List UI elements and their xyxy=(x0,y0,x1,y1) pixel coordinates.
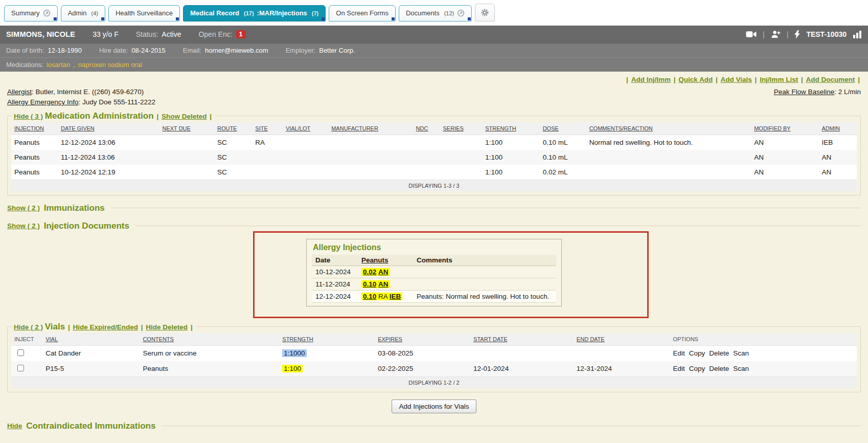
vial-contents-cell: Serum or vaccine xyxy=(140,345,279,361)
bar-chart-icon[interactable] xyxy=(853,30,862,38)
allergy-emergency-value: Judy Doe 555-111-2222 xyxy=(82,98,155,106)
mar-col-series[interactable]: SERIES xyxy=(440,122,483,135)
vials-col-strength[interactable]: STRENGTH xyxy=(279,333,375,346)
vial-scan-link[interactable]: Scan xyxy=(733,365,749,372)
add-injections-for-vials-button[interactable]: Add Injections for Vials xyxy=(392,400,476,413)
open-enc-count-badge[interactable]: 1 xyxy=(236,30,246,38)
vial-edit-link[interactable]: Edit xyxy=(673,365,684,372)
mar-cell xyxy=(283,165,328,180)
patient-info-bar: Date of birth: 12-18-1990 Hire date: 08-… xyxy=(0,43,868,57)
vial-delete-link[interactable]: Delete xyxy=(709,349,729,357)
mar-col-strength[interactable]: STRENGTH xyxy=(482,122,539,135)
tab-corner-mark xyxy=(468,17,471,20)
vial-scan-link[interactable]: Scan xyxy=(733,349,749,357)
vial-edit-link[interactable]: Edit xyxy=(673,349,684,357)
settings-button[interactable] xyxy=(475,4,495,21)
dose-link[interactable]: 0.10 xyxy=(363,280,376,288)
popout-icon[interactable] xyxy=(457,9,465,17)
mar-cell xyxy=(159,135,214,150)
mar-col-date-given[interactable]: DATE GIVEN xyxy=(58,122,159,135)
allergy-table-header-row: Date Peanuts Comments xyxy=(312,255,556,266)
vials-hide-toggle[interactable]: Hide ( 2 ) xyxy=(14,323,43,331)
medication-administration-legend: Hide ( 3 ) Medication Administration | S… xyxy=(12,111,216,121)
mar-cell: 11-12-2024 13:06 xyxy=(58,150,159,165)
vials-col-vial[interactable]: VIAL xyxy=(42,333,140,346)
tab-corner-mark xyxy=(176,17,179,20)
vial-inject-cell xyxy=(11,345,42,361)
dose-site: RA xyxy=(378,293,387,300)
dob-label: Date of birth: xyxy=(6,47,44,54)
admin-initials-link[interactable]: IEB xyxy=(390,293,401,300)
tab-documents[interactable]: Documents(12) xyxy=(399,5,472,21)
contraindicated-hide-toggle[interactable]: Hide xyxy=(7,422,22,430)
tab-medical-record-mar-injections[interactable]: Medical Record(17):MAR/Injections(7) xyxy=(183,5,326,21)
allergy-injections-area: Allergy Injections Date Peanuts Comments xyxy=(7,239,861,306)
mar-show-deleted-link[interactable]: Show Deleted xyxy=(162,113,207,120)
mar-cell: 0.10 mL xyxy=(540,135,586,150)
dose-link[interactable]: 0.02 xyxy=(363,268,376,276)
mar-col-next-due[interactable]: NEXT DUE xyxy=(159,122,214,135)
allergy-emergency-info-link[interactable]: Allergy Emergency Info xyxy=(7,98,79,106)
mar-cell: 1:100 xyxy=(482,150,539,165)
tab-bar: Summary Admin(4) Health Surveillance Med… xyxy=(0,0,868,26)
vial-inject-checkbox[interactable] xyxy=(17,349,24,356)
injection-documents-show-toggle[interactable]: Show ( 2 ) xyxy=(7,222,40,230)
vial-inject-checkbox[interactable] xyxy=(17,365,24,371)
allergy-col-peanuts[interactable]: Peanuts xyxy=(358,255,413,266)
link-separator: | xyxy=(210,113,212,120)
medication-separator: , xyxy=(73,61,75,69)
mar-col-route[interactable]: ROUTE xyxy=(214,122,252,135)
mar-col-admin[interactable]: ADMIN xyxy=(818,122,857,135)
vials-hide-deleted-link[interactable]: Hide Deleted xyxy=(146,323,188,331)
mar-col-modified-by[interactable]: MODIFIED BY xyxy=(751,122,818,135)
mar-col-manufacturer[interactable]: MANUFACTURER xyxy=(328,122,413,135)
inj-imm-list-link[interactable]: Inj/Imm List xyxy=(760,76,798,83)
tab-summary[interactable]: Summary xyxy=(4,5,58,21)
mar-col-dose[interactable]: DOSE xyxy=(540,122,586,135)
mar-col-site[interactable]: SITE xyxy=(252,122,283,135)
vial-delete-link[interactable]: Delete xyxy=(709,365,729,372)
vials-col-options: OPTIONS xyxy=(670,333,857,346)
add-inj-imm-link[interactable]: Add Inj/Imm xyxy=(631,76,671,83)
mar-cell: 1:100 xyxy=(482,135,539,150)
admin-initials-link[interactable]: AN xyxy=(378,280,389,288)
add-person-icon[interactable] xyxy=(771,30,781,38)
video-camera-icon[interactable] xyxy=(746,31,757,38)
mar-hide-toggle[interactable]: Hide ( 3 ) xyxy=(14,113,43,120)
immunizations-show-toggle[interactable]: Show ( 2 ) xyxy=(7,204,40,212)
add-document-link[interactable]: Add Document xyxy=(806,76,855,83)
vials-col-expires[interactable]: EXPIRES xyxy=(375,333,470,346)
popout-icon[interactable] xyxy=(43,9,51,17)
mar-col-comments[interactable]: COMMENTS/REACTION xyxy=(586,122,751,135)
mar-col-injection[interactable]: INJECTION xyxy=(11,122,58,135)
vial-copy-link[interactable]: Copy xyxy=(689,349,705,357)
peak-flow-baseline-link[interactable]: Peak Flow Baseline xyxy=(774,88,835,96)
vials-col-start-date[interactable]: START DATE xyxy=(470,333,574,346)
allergist-link[interactable]: Allergist xyxy=(7,88,32,96)
mar-cell xyxy=(328,150,413,165)
vial-options-cell: EditCopyDeleteScan xyxy=(670,361,857,377)
tab-health-surveillance[interactable]: Health Surveillance xyxy=(108,5,180,21)
mar-row: Peanuts 12-12-2024 13:06 SC RA 1:100 0.1… xyxy=(11,135,857,150)
medication-link-losartan[interactable]: losartan xyxy=(47,61,70,69)
medication-link-naproxen[interactable]: naproxen sodium oral xyxy=(78,61,142,69)
tab-admin[interactable]: Admin(4) xyxy=(61,5,105,21)
quick-add-link[interactable]: Quick Add xyxy=(678,76,713,83)
gear-icon xyxy=(481,8,489,17)
vial-copy-link[interactable]: Copy xyxy=(689,365,705,372)
mar-cell: AN xyxy=(751,150,818,165)
allergy-dose-cell: 0.02 AN xyxy=(358,265,413,278)
mar-col-vial-lot[interactable]: VIAL/LOT xyxy=(283,122,328,135)
tab-on-screen-forms[interactable]: On Screen Forms xyxy=(329,5,396,21)
mar-col-ndc[interactable]: NDC xyxy=(413,122,440,135)
add-vials-link[interactable]: Add Vials xyxy=(721,76,752,83)
lightning-bolt-icon[interactable] xyxy=(794,30,800,39)
vials-hide-expired-link[interactable]: Hide Expired/Ended xyxy=(73,323,138,331)
tab-corner-mark xyxy=(101,17,104,20)
date-of-birth: Date of birth: 12-18-1990 xyxy=(6,47,82,54)
vials-col-contents[interactable]: CONTENTS xyxy=(140,333,279,346)
admin-initials-link[interactable]: AN xyxy=(378,268,389,276)
medication-administration-section: Hide ( 3 ) Medication Administration | S… xyxy=(7,111,861,195)
vials-col-end-date[interactable]: END DATE xyxy=(574,333,670,346)
dose-link[interactable]: 0.10 xyxy=(363,293,376,300)
